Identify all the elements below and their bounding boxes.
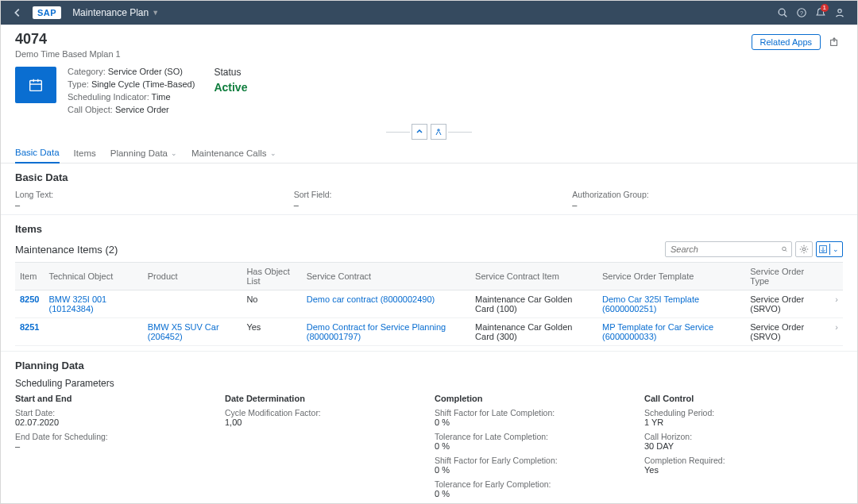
- has-object-list: Yes: [242, 318, 301, 346]
- sf-late-value: 0 %: [435, 417, 633, 427]
- tech-object-link[interactable]: [44, 318, 142, 346]
- auth-group-value: –: [572, 200, 843, 210]
- anchor-tabs: Basic Data Items Planning Data ⌄ Mainten…: [1, 143, 857, 164]
- pin-header-button[interactable]: [431, 124, 446, 140]
- status-label: Status: [214, 67, 247, 78]
- col-head: Call Control: [644, 394, 843, 403]
- object-icon: [15, 67, 56, 103]
- table-header-row: Item Technical Object Product Has Object…: [15, 263, 843, 290]
- tech-object-link[interactable]: BMW 325I 001 (10124384): [44, 290, 142, 318]
- help-icon[interactable]: ?: [792, 4, 811, 21]
- back-button[interactable]: [9, 4, 26, 21]
- svg-point-4: [838, 10, 841, 13]
- service-contract-link[interactable]: Demo car contract (8000002490): [302, 290, 470, 318]
- chevron-down-icon: ⌄: [171, 149, 177, 157]
- table-row[interactable]: 8251 BMW X5 SUV Car (206452) Yes Demo Co…: [15, 318, 843, 346]
- tab-basic-data[interactable]: Basic Data: [15, 143, 60, 164]
- row-nav-icon[interactable]: ›: [827, 290, 843, 318]
- call-object-value: Service Order: [115, 105, 169, 114]
- page-content: Basic Data Long Text:– Sort Field:– Auth…: [1, 164, 857, 504]
- tab-planning-data[interactable]: Planning Data ⌄: [110, 144, 177, 163]
- chevron-down-icon: ⌄: [833, 245, 839, 253]
- col-service-contract-item: Service Contract Item: [470, 263, 597, 290]
- long-text-label: Long Text:: [15, 190, 286, 199]
- tab-basic-data-label: Basic Data: [15, 148, 60, 157]
- service-contract-item: Maintenance Car Golden Card (300): [470, 318, 597, 346]
- call-object-label: Call Object:: [68, 105, 113, 114]
- search-icon: [781, 244, 788, 255]
- product-link[interactable]: BMW X5 SUV Car (206452): [143, 318, 242, 346]
- object-id: 4074: [15, 31, 121, 48]
- col-service-order-type: Service Order Type: [745, 263, 827, 290]
- sort-field-value: –: [294, 200, 565, 210]
- col-head: Completion: [435, 394, 633, 403]
- section-title: Items: [15, 223, 843, 235]
- service-order-type: Service Order (SRVO): [745, 318, 827, 346]
- service-order-template-link[interactable]: Demo Car 325I Template (6000000251): [597, 290, 745, 318]
- type-label: Type:: [68, 79, 89, 89]
- user-icon[interactable]: [830, 4, 849, 21]
- col-product: Product: [143, 263, 242, 290]
- svg-line-1: [784, 14, 786, 17]
- sap-logo: SAP: [33, 6, 61, 19]
- cycle-mod-value: 1,00: [225, 417, 423, 427]
- collapse-header-button[interactable]: [412, 124, 427, 140]
- type-value: Single Cycle (Time-Based): [91, 79, 195, 89]
- has-object-list: No: [242, 290, 301, 318]
- start-date-value: 02.07.2020: [15, 417, 214, 427]
- tol-early-value: 0 %: [435, 489, 633, 498]
- end-date-label: End Date for Scheduling:: [15, 432, 214, 441]
- app-title-selector[interactable]: Maintenance Plan ▼: [72, 7, 159, 18]
- table-export-button[interactable]: ⌄: [816, 241, 843, 257]
- category-label: Category:: [68, 67, 106, 76]
- sched-period-value: 1 YR: [644, 417, 843, 427]
- tab-maintenance-calls[interactable]: Maintenance Calls ⌄: [191, 144, 276, 163]
- service-order-template-link[interactable]: MP Template for Car Service (6000000033): [597, 318, 745, 346]
- table-row[interactable]: 8250 BMW 325I 001 (10124384) No Demo car…: [15, 290, 843, 318]
- items-search[interactable]: [665, 241, 792, 257]
- svg-point-12: [802, 248, 806, 251]
- sf-late-label: Shift Factor for Late Completion:: [435, 408, 633, 417]
- svg-rect-6: [30, 81, 42, 91]
- search-input[interactable]: [671, 244, 781, 254]
- item-link[interactable]: 8251: [15, 318, 44, 346]
- sched-indicator-value: Time: [152, 92, 171, 102]
- tol-early-label: Tolerance for Early Completion:: [435, 479, 633, 489]
- row-nav-icon[interactable]: ›: [827, 318, 843, 346]
- start-date-label: Start Date:: [15, 408, 214, 417]
- object-header-content: Category: Service Order (SO) Type: Singl…: [1, 62, 857, 122]
- chevron-down-icon: ⌄: [270, 149, 276, 157]
- tol-late-value: 0 %: [435, 441, 633, 451]
- tab-planning-label: Planning Data: [110, 148, 168, 158]
- service-order-type: Service Order (SRVO): [745, 290, 827, 318]
- chevron-down-icon: ▼: [152, 9, 159, 17]
- svg-point-10: [783, 247, 786, 251]
- status-value: Active: [214, 81, 247, 94]
- tol-late-label: Tolerance for Late Completion:: [435, 432, 633, 441]
- svg-line-11: [786, 250, 787, 252]
- related-apps-button[interactable]: Related Apps: [752, 34, 821, 50]
- search-icon[interactable]: [773, 4, 792, 21]
- table-settings-button[interactable]: [795, 241, 813, 257]
- product-link[interactable]: [143, 290, 242, 318]
- subsection-title: Scheduling Parameters: [15, 378, 843, 389]
- sort-field-label: Sort Field:: [294, 190, 565, 199]
- long-text-value: –: [15, 200, 286, 210]
- svg-text:?: ?: [800, 10, 803, 16]
- tab-items[interactable]: Items: [74, 144, 96, 163]
- category-value: Service Order (SO): [108, 67, 183, 76]
- item-link[interactable]: 8250: [15, 290, 44, 318]
- tab-items-label: Items: [74, 148, 96, 158]
- service-contract-link[interactable]: Demo Contract for Service Planning (8000…: [302, 318, 470, 346]
- auth-group-label: Authorization Group:: [572, 190, 843, 199]
- notifications-icon[interactable]: 1: [811, 4, 830, 21]
- section-title: Basic Data: [15, 171, 843, 183]
- status-block: Status Active: [214, 67, 247, 94]
- share-icon[interactable]: [825, 34, 843, 52]
- app-title: Maintenance Plan: [72, 7, 149, 18]
- completion-req-value: Yes: [644, 465, 843, 475]
- sf-early-label: Shift Factor for Early Completion:: [435, 456, 633, 465]
- items-table-title: Maintenance Items (2): [15, 244, 118, 256]
- col-date-determination: Date Determination Cycle Modification Fa…: [225, 394, 423, 503]
- col-service-order-template: Service Order Template: [597, 263, 745, 290]
